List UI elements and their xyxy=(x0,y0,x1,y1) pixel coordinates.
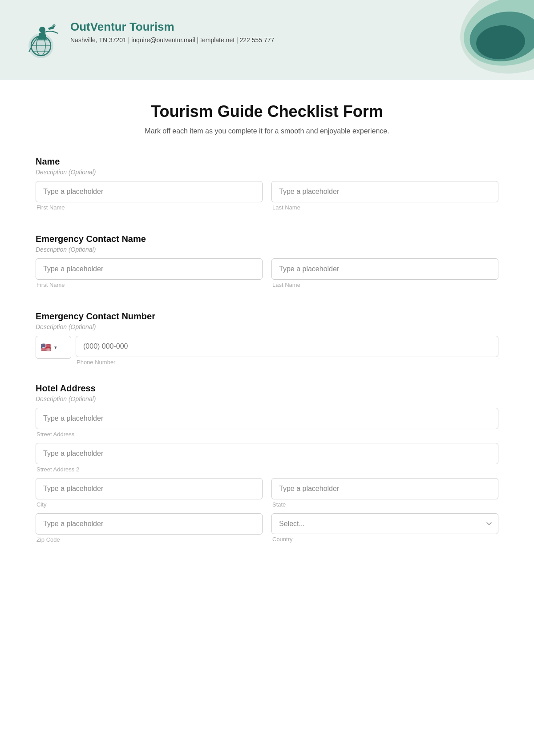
street-address-label: Street Address xyxy=(36,431,498,438)
state-group: State xyxy=(271,478,498,508)
phone-number-label: Phone Number xyxy=(76,359,498,366)
page-header: OutVentur Tourism Nashville, TN 37201 | … xyxy=(0,0,534,80)
phone-row: 🇺🇸 ▾ Phone Number xyxy=(36,336,498,366)
city-group: City xyxy=(36,478,263,508)
section-hotel-address-desc: Description (Optional) xyxy=(36,395,498,402)
section-name-title: Name xyxy=(36,157,498,167)
first-name-input[interactable] xyxy=(36,181,263,202)
zip-group: Zip Code xyxy=(36,513,263,543)
street-address-input[interactable] xyxy=(36,408,498,429)
last-name-group: Last Name xyxy=(271,181,498,211)
emergency-first-name-group: First Name xyxy=(36,258,263,288)
state-input[interactable] xyxy=(271,478,498,499)
country-code-select[interactable]: 🇺🇸 ▾ xyxy=(36,336,71,359)
main-content: Tourism Guide Checklist Form Mark off ea… xyxy=(0,80,534,593)
section-emergency-number: Emergency Contact Number Description (Op… xyxy=(36,311,498,366)
street-address-2-group: Street Address 2 xyxy=(36,443,498,473)
chevron-down-icon: ▾ xyxy=(54,345,57,350)
section-emergency-name-title: Emergency Contact Name xyxy=(36,234,498,244)
brand-name: OutVentur Tourism xyxy=(70,20,274,34)
last-name-label: Last Name xyxy=(271,204,498,211)
form-subtitle: Mark off each item as you complete it fo… xyxy=(36,127,498,135)
country-select-field[interactable]: Select... United States Canada United Ki… xyxy=(271,513,498,534)
header-graphic xyxy=(392,0,534,80)
phone-number-input[interactable] xyxy=(76,336,498,357)
country-group: Select... United States Canada United Ki… xyxy=(271,513,498,543)
street-address-2-label: Street Address 2 xyxy=(36,466,498,473)
city-label: City xyxy=(36,501,263,508)
first-name-label: First Name xyxy=(36,204,263,211)
header-text: OutVentur Tourism Nashville, TN 37201 | … xyxy=(70,20,274,44)
section-hotel-address-title: Hotel Address xyxy=(36,383,498,394)
street-address-group: Street Address xyxy=(36,408,498,438)
section-emergency-number-title: Emergency Contact Number xyxy=(36,311,498,322)
street-address-2-input[interactable] xyxy=(36,443,498,464)
city-state-row: City State xyxy=(36,478,498,513)
emergency-name-field-row: First Name Last Name xyxy=(36,258,498,294)
section-name-desc: Description (Optional) xyxy=(36,169,498,176)
brand-info: Nashville, TN 37201 | inquire@outventur.… xyxy=(70,36,274,44)
section-emergency-name: Emergency Contact Name Description (Opti… xyxy=(36,234,498,294)
header-left: OutVentur Tourism Nashville, TN 37201 | … xyxy=(22,20,274,60)
form-title: Tourism Guide Checklist Form xyxy=(36,102,498,121)
emergency-first-name-input[interactable] xyxy=(36,258,263,280)
last-name-input[interactable] xyxy=(271,181,498,202)
section-hotel-address: Hotel Address Description (Optional) Str… xyxy=(36,383,498,548)
emergency-first-name-label: First Name xyxy=(36,281,263,288)
emergency-last-name-input[interactable] xyxy=(271,258,498,280)
zip-input[interactable] xyxy=(36,513,263,535)
zip-country-row: Zip Code Select... United States Canada … xyxy=(36,513,498,548)
section-name: Name Description (Optional) First Name L… xyxy=(36,157,498,216)
name-field-row: First Name Last Name xyxy=(36,181,498,216)
first-name-group: First Name xyxy=(36,181,263,211)
emergency-last-name-group: Last Name xyxy=(271,258,498,288)
zip-label: Zip Code xyxy=(36,536,263,543)
company-logo xyxy=(22,20,62,60)
section-emergency-number-desc: Description (Optional) xyxy=(36,323,498,330)
phone-field-group: Phone Number xyxy=(76,336,498,366)
flag-us-icon: 🇺🇸 xyxy=(40,342,52,353)
city-input[interactable] xyxy=(36,478,263,499)
state-label: State xyxy=(271,501,498,508)
emergency-last-name-label: Last Name xyxy=(271,281,498,288)
section-emergency-name-desc: Description (Optional) xyxy=(36,246,498,253)
country-label: Country xyxy=(271,536,498,543)
